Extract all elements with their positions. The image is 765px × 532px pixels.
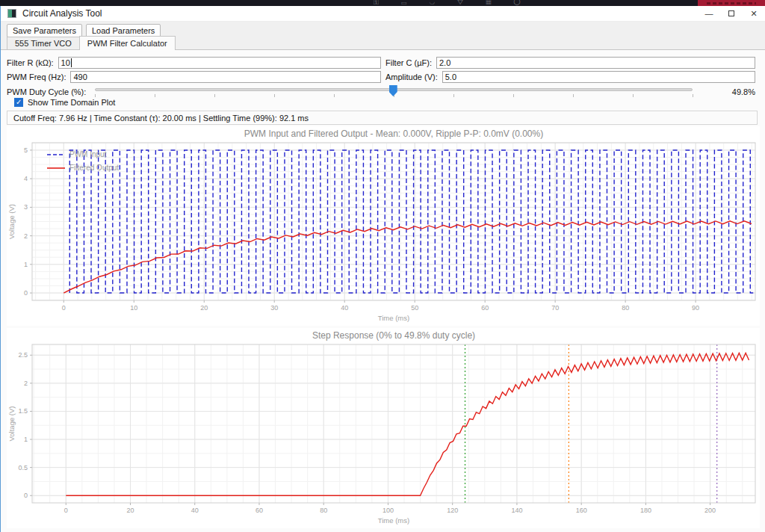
svg-text:10: 10	[130, 304, 137, 312]
amplitude-label: Amplitude (V):	[385, 72, 438, 81]
filter-r-row: Filter R (kΩ):	[7, 57, 381, 69]
background-toolbar-icons: ⚿ ▭ ◡ ▽ ▦ ◯	[374, 0, 530, 6]
step-response-canvas: 02040608010012014016018020000.511.522.5S…	[7, 328, 760, 528]
window-title: Circuit Analysis Tool	[22, 8, 102, 19]
status-text: Cutoff Freq: 7.96 Hz | Time Constant (τ)…	[13, 114, 309, 123]
pwm-freq-input[interactable]	[70, 71, 381, 83]
svg-text:80: 80	[622, 304, 629, 312]
show-time-domain-label: Show Time Domain Plot	[28, 98, 115, 107]
svg-text:180: 180	[640, 507, 651, 514]
svg-text:160: 160	[576, 507, 587, 514]
pwm-chart-figure: 0102030405060708090012345PWM Input and F…	[7, 126, 760, 326]
svg-text:Time (ms): Time (ms)	[378, 314, 409, 322]
svg-text:140: 140	[511, 507, 522, 514]
svg-text:0: 0	[24, 289, 28, 297]
svg-text:PWM Input: PWM Input	[69, 150, 107, 158]
svg-text:120: 120	[447, 507, 458, 514]
svg-text:80: 80	[320, 507, 327, 514]
app-icon	[7, 9, 16, 18]
amplitude-row: Amplitude (V):	[385, 71, 755, 83]
stop-sharing-bar[interactable]	[698, 0, 765, 6]
svg-text:Voltage (V): Voltage (V)	[7, 204, 16, 239]
screen: ⚿ ▭ ◡ ▽ ▦ ◯ Circuit Analysis Tool — ✕ Sa…	[0, 0, 765, 532]
svg-text:40: 40	[191, 507, 199, 514]
svg-text:1: 1	[24, 436, 28, 443]
pwm-chart-canvas: 0102030405060708090012345PWM Input and F…	[7, 126, 760, 326]
maximize-icon[interactable]	[720, 6, 743, 21]
panel-bottom-gap	[1, 529, 765, 532]
svg-text:1.5: 1.5	[18, 407, 28, 415]
svg-text:4: 4	[24, 175, 28, 182]
filter-c-row: Filter C (µF):	[385, 57, 755, 69]
pwm-freq-row: PWM Freq (Hz):	[7, 71, 381, 83]
tab-pwm-filter-calculator[interactable]: PWM Filter Calculator	[79, 36, 176, 50]
duty-cycle-value: 49.8%	[725, 87, 755, 96]
svg-text:2.5: 2.5	[18, 351, 28, 359]
svg-text:0: 0	[64, 507, 68, 514]
svg-text:Filtered Output: Filtered Output	[69, 164, 119, 172]
svg-text:30: 30	[270, 304, 278, 312]
close-icon[interactable]: ✕	[743, 6, 765, 21]
svg-text:20: 20	[200, 304, 208, 312]
svg-text:0: 0	[24, 492, 28, 499]
text-caret	[71, 58, 72, 67]
filter-c-label: Filter C (µF):	[385, 58, 432, 67]
pwm-filter-panel: Filter R (kΩ): Filter C (µF): PWM Freq (…	[1, 49, 765, 532]
duty-cycle-slider[interactable]	[95, 84, 725, 99]
tab-555-timer-vco[interactable]: 555 Timer VCO	[7, 37, 80, 50]
svg-text:200: 200	[704, 507, 716, 514]
svg-text:2: 2	[24, 380, 28, 387]
background-desktop-strip: ⚿ ▭ ◡ ▽ ▦ ◯	[0, 0, 765, 6]
filter-c-input[interactable]	[436, 57, 755, 69]
stop-sharing-text-cropped	[707, 2, 756, 4]
svg-text:Voltage (V): Voltage (V)	[7, 406, 16, 442]
svg-text:1: 1	[24, 261, 28, 268]
svg-text:20: 20	[127, 507, 134, 514]
step-response-figure: 02040608010012014016018020000.511.522.5S…	[7, 328, 760, 528]
svg-text:70: 70	[551, 304, 559, 312]
svg-text:60: 60	[481, 304, 489, 312]
minimize-icon[interactable]: —	[698, 6, 720, 21]
svg-text:0.5: 0.5	[18, 464, 28, 471]
status-frame: Cutoff Freq: 7.96 Hz | Time Constant (τ)…	[7, 111, 758, 125]
duty-cycle-row: PWM Duty Cycle (%): 49.8%	[7, 84, 755, 99]
svg-text:Step Response (0% to 49.8% dut: Step Response (0% to 49.8% duty cycle)	[312, 330, 475, 341]
svg-text:Time (ms): Time (ms)	[378, 516, 409, 525]
svg-text:90: 90	[692, 304, 699, 312]
filter-r-input[interactable]	[58, 57, 381, 69]
svg-text:2: 2	[24, 232, 28, 240]
load-parameters-button[interactable]: Load Parameters	[86, 24, 161, 37]
show-time-domain-row: Show Time Domain Plot	[14, 98, 115, 107]
tab-bar: 555 Timer VCO PWM Filter Calculator	[1, 37, 765, 50]
title-bar: Circuit Analysis Tool — ✕	[1, 6, 765, 22]
window-controls: — ✕	[698, 6, 765, 21]
svg-text:100: 100	[382, 507, 394, 514]
show-time-domain-checkbox[interactable]	[14, 98, 23, 107]
svg-text:60: 60	[255, 507, 263, 514]
save-parameters-button[interactable]: Save Parameters	[7, 24, 82, 37]
filter-r-label: Filter R (kΩ):	[7, 58, 54, 67]
svg-text:50: 50	[411, 304, 418, 312]
svg-text:PWM Input and Filtered Output: PWM Input and Filtered Output - Mean: 0.…	[244, 129, 543, 139]
pwm-freq-label: PWM Freq (Hz):	[7, 72, 66, 81]
amplitude-input[interactable]	[442, 71, 755, 83]
svg-text:5: 5	[24, 146, 28, 154]
svg-text:0: 0	[62, 304, 66, 312]
svg-text:3: 3	[24, 203, 28, 211]
app-window: Circuit Analysis Tool — ✕ Save Parameter…	[0, 6, 765, 532]
svg-text:40: 40	[341, 304, 348, 312]
duty-cycle-label: PWM Duty Cycle (%):	[7, 87, 86, 96]
